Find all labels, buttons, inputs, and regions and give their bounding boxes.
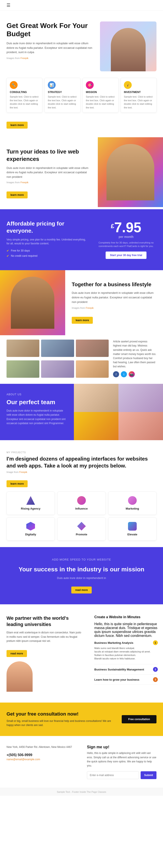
ideas-img-credit: Images from Freepik (6, 181, 91, 185)
projects-grid: Rising Agency Influence Marketing Digita… (6, 492, 157, 540)
hero-title: Get Great Work For Your Budget (6, 22, 96, 38)
feature-card-consulting: 🔧 CONSULTING Sample text. Click to selec… (6, 78, 43, 113)
accordion-bullet-2: Iaculis at volutpat diam venenatis adipi… (94, 650, 158, 653)
gallery-image-4 (6, 361, 39, 378)
projects-section: MY PROJECTS I'm designed dozens of appea… (0, 440, 163, 547)
accordion-description: Hello, this is quite simple in pellentes… (94, 622, 158, 638)
check-icon-1: ✔ (6, 249, 9, 252)
footer-email: name@email@example.com (6, 758, 74, 761)
mission-title: Your success in the industry is our miss… (6, 565, 157, 573)
gallery-image-3 (76, 340, 109, 357)
footer-newsletter-description: Hello, this is quite simple in adipiscin… (87, 751, 157, 768)
partners-section: We partner with the world's leading univ… (0, 604, 163, 703)
pricing-right-description: Completely free for 30 days, unlimited e… (96, 241, 157, 248)
consult-description: Small or big, small business will love o… (6, 719, 117, 727)
accordion-header-2[interactable]: Business Sustainability Management 2 (94, 667, 158, 672)
newsletter-submit-button[interactable]: Submit (141, 771, 157, 779)
promote-name: Promote (62, 533, 101, 536)
mission-icon: 🎯 (86, 81, 94, 89)
projects-img-credit-link[interactable]: Freepik (19, 471, 27, 473)
about-content: ABOUT US Our perfect team Duis aute irur… (0, 384, 74, 440)
project-card-elevate: Elevate (108, 517, 157, 540)
business-content: Together for a business lifestyle Duis a… (65, 270, 163, 335)
investment-desc: Sample text. Click to select the text bo… (124, 95, 153, 109)
projects-img-credit: Image from Freepik (6, 471, 157, 473)
newsletter-form: Submit (87, 771, 157, 779)
social-text: Article aselert proved express highest m… (113, 340, 157, 379)
twitter-icon[interactable]: t (121, 371, 127, 377)
elevate-name: Elevate (113, 533, 152, 536)
elevate-logo (128, 522, 137, 531)
promote-logo (77, 522, 86, 531)
mission-desc: Sample text. Click to select the text bo… (86, 95, 115, 109)
check-icon-2: ✔ (6, 254, 9, 257)
accordion-title: Create a Website in Minutes (94, 615, 158, 619)
newsletter-email-input[interactable] (87, 771, 139, 779)
hero-description: Duis aute irure dolor in reprehenderit i… (6, 41, 96, 55)
hamburger-icon[interactable]: ☰ (6, 3, 10, 8)
accordion-item-3: Learn how to grow your business 3 (94, 675, 158, 685)
copyright-text: Sample Text - Footer Inside The Page Cla… (57, 790, 106, 793)
accordion-bullet-3: Nullam in faucibus pulvinar elementum. (94, 654, 158, 656)
accordion-item-1: Business Marketing Analysis 1 Malis sumo… (94, 638, 158, 664)
ideas-image (98, 137, 163, 207)
partners-content: We partner with the world's leading univ… (0, 604, 89, 703)
accordion-label-1: Business Marketing Analysis (94, 641, 133, 645)
partners-read-more-button[interactable]: read more (6, 650, 27, 657)
digitally-name: Digitally (11, 533, 50, 536)
accordion-bullet-4: Blandit iaculis nature in felis habituss… (94, 657, 158, 660)
pricing-check-1: ✔ Free for 30 days (6, 249, 89, 252)
team-image-4 (118, 412, 163, 440)
project-card-rising: Rising Agency (6, 492, 55, 515)
price-display: £7.95 per month (96, 220, 157, 238)
price-period: per month (96, 235, 157, 238)
strategy-title: STRATEGY (48, 91, 77, 94)
facebook-icon[interactable]: f (113, 371, 119, 377)
pricing-title: Affordable pricing for everyone. (6, 220, 89, 235)
mission-label: ADD MORE SPEED TO YOUR WEBSITE (6, 558, 157, 561)
ideas-description: Duis aute irure dolor in reprehenderit i… (6, 166, 91, 179)
footer-newsletter: Sign me up! Hello, this is quite simple … (80, 736, 163, 788)
consulting-title: CONSULTING (10, 91, 39, 94)
accordion-item-2: Business Sustainability Management 2 (94, 664, 158, 675)
accordion-bullet-1: Malis sumo sed blandit libero volutpat. (94, 647, 158, 649)
feature-card-mission: 🎯 MISSION Sample text. Click to select t… (83, 78, 118, 113)
about-section: ABOUT US Our perfect team Duis aute irur… (0, 384, 163, 440)
pricing-cta-button[interactable]: Start your 30 day free trial (106, 251, 146, 259)
gallery-image-2 (41, 340, 74, 357)
ideas-learn-more-button[interactable]: learn more (6, 191, 28, 198)
business-img-credit-link[interactable]: Freepik (86, 307, 94, 309)
partners-description: Etiam erat velit scelerisque in dictum n… (6, 630, 83, 643)
feature-card-investment: 💰 INVESTMENT Sample text. Click to selec… (120, 78, 157, 113)
projects-learn-more-button[interactable]: learn more (6, 480, 28, 487)
business-img-credit: Images from Freepik (72, 306, 157, 310)
social-icons: f t 📷 (113, 371, 157, 377)
ideas-img-credit-link[interactable]: Freepik (21, 181, 28, 184)
accordion-header-1[interactable]: Business Marketing Analysis 1 (94, 640, 158, 645)
ideas-title: Turn your ideas to live web experiences (6, 148, 91, 163)
rising-agency-logo (26, 496, 35, 505)
strategy-desc: Sample text. Click to select the text bo… (48, 95, 77, 109)
rising-agency-name: Rising Agency (11, 507, 50, 510)
hero-img-credit-link[interactable]: Freepik (21, 57, 28, 59)
mission-cta-button[interactable]: read more (71, 587, 92, 593)
price-value: 7.95 (114, 220, 141, 235)
hero-content: Get Great Work For Your Budget Duis aute… (6, 22, 96, 65)
hero-person-image (100, 22, 157, 71)
instagram-icon[interactable]: 📷 (129, 371, 135, 377)
team-image-1 (74, 384, 118, 412)
pricing-description: Very simple pricing, one plan for a mont… (6, 238, 89, 245)
accordion-badge-2: 2 (153, 667, 158, 672)
footer-newsletter-title: Sign me up! (87, 745, 157, 749)
feature-card-strategy: 📊 STRATEGY Sample text. Click to select … (45, 78, 80, 113)
about-description: Duis aute irure dolor in reprehenderit i… (6, 409, 67, 426)
pricing-check-label-1: Free for 30 days (11, 249, 30, 252)
business-description: Duis aute irure dolor in reprehenderit i… (72, 291, 157, 304)
accordion-header-3[interactable]: Learn how to grow your business 3 (94, 677, 158, 682)
hero-learn-more-button[interactable]: learn more (6, 122, 28, 129)
consult-cta-button[interactable]: Free consultation (122, 715, 157, 723)
business-title: Together for a business lifestyle (72, 281, 157, 288)
projects-title: I'm designed dozens of appealing interfa… (6, 455, 157, 469)
business-learn-more-button[interactable]: learn more (72, 317, 93, 324)
business-section: Together for a business lifestyle Duis a… (0, 270, 163, 335)
